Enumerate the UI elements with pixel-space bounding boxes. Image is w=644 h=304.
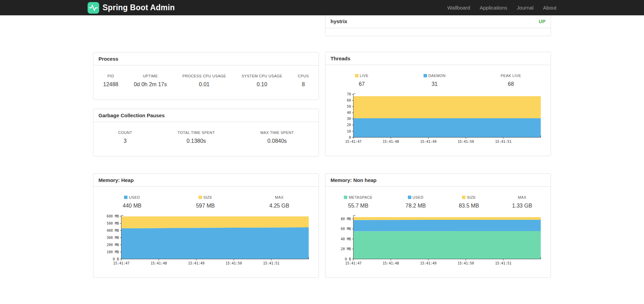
nav-item-journal[interactable]: Journal (517, 5, 534, 11)
threads-chart: 01020304050607015:41:4715:41:4815:41:491… (329, 92, 551, 149)
svg-text:15:41:48: 15:41:48 (383, 261, 399, 265)
legend-used: USED 78.2 MB (405, 195, 426, 210)
legend-size: SIZE 83.5 MB (459, 195, 479, 210)
stat-gc-max-time: MAX TIME SPENT 0.0840s (260, 130, 294, 145)
main-content: Process PID 12488 UPTIME 0d 0h 2m 17s PR… (93, 15, 551, 278)
memory-heap-panel-title: Memory: Heap (93, 174, 319, 187)
svg-text:40 MB: 40 MB (341, 237, 351, 241)
nonheap-legend: METASPACE 55.7 MB USED 78.2 MB SIZE 83.5… (325, 187, 551, 211)
svg-text:20 MB: 20 MB (341, 247, 351, 251)
daemon-swatch-icon (424, 74, 427, 77)
legend-value: 68 (501, 80, 521, 88)
metaspace-swatch-icon (344, 196, 347, 199)
stat-value: 0.10 (242, 80, 282, 89)
gc-panel: Garbage Collection Pauses COUNT 3 TOTAL … (93, 109, 319, 156)
svg-text:600 MB: 600 MB (107, 214, 119, 218)
legend-value: 83.5 MB (459, 202, 479, 210)
svg-text:20: 20 (347, 123, 351, 127)
stat-label: COUNT (118, 130, 132, 135)
process-panel: Process PID 12488 UPTIME 0d 0h 2m 17s PR… (93, 52, 319, 100)
left-column: Process PID 12488 UPTIME 0d 0h 2m 17s PR… (93, 15, 319, 278)
svg-text:15:41:51: 15:41:51 (495, 261, 511, 265)
svg-text:50: 50 (347, 105, 351, 108)
stat-label: TOTAL TIME SPENT (178, 130, 215, 135)
svg-text:0: 0 (349, 136, 351, 139)
legend-value: 55.7 MB (344, 202, 372, 210)
legend-label: LIVE (360, 74, 368, 78)
legend-value: 67 (355, 80, 368, 88)
size-swatch-icon (462, 196, 465, 199)
svg-text:200 MB: 200 MB (107, 243, 119, 247)
legend-used: USED 440 MB (123, 195, 141, 210)
stat-gc-count: COUNT 3 (118, 130, 132, 145)
legend-label: USED (413, 195, 424, 199)
stat-uptime: UPTIME 0d 0h 2m 17s (134, 74, 167, 89)
svg-text:400 MB: 400 MB (107, 229, 119, 232)
legend-metaspace: METASPACE 55.7 MB (344, 195, 372, 210)
legend-label: SIZE (467, 195, 476, 199)
svg-text:10: 10 (347, 130, 351, 133)
nav-item-applications[interactable]: Applications (480, 5, 507, 11)
panel-bottom-spacer (325, 28, 551, 36)
legend-value: 78.2 MB (405, 202, 426, 210)
stat-value: 0.01 (182, 80, 226, 89)
nav-item-wallboard[interactable]: Wallboard (447, 5, 470, 11)
svg-text:100 MB: 100 MB (107, 250, 119, 254)
svg-text:300 MB: 300 MB (107, 236, 119, 240)
brand-title: Spring Boot Admin (103, 3, 175, 12)
svg-text:15:41:51: 15:41:51 (495, 140, 511, 143)
used-swatch-icon (408, 196, 411, 199)
nav-links: Wallboard Applications Journal About (447, 5, 556, 11)
stat-pid: PID 12488 (103, 74, 119, 89)
application-row-hystrix[interactable]: hystrix UP (325, 15, 551, 28)
stat-label: PID (103, 74, 119, 78)
stat-value: 0d 0h 2m 17s (134, 80, 167, 89)
brand[interactable]: Spring Boot Admin (88, 2, 175, 14)
stat-value: 0.1380s (178, 137, 215, 145)
svg-text:15:41:48: 15:41:48 (383, 140, 399, 143)
svg-text:70: 70 (347, 92, 351, 96)
heap-memory-chart: 0 B100 MB200 MB300 MB400 MB500 MB600 MB1… (97, 213, 319, 271)
stat-gc-total-time: TOTAL TIME SPENT 0.1380s (178, 130, 215, 145)
stat-value: 8 (298, 80, 309, 89)
memory-nonheap-panel-title: Memory: Non heap (325, 174, 551, 187)
svg-text:15:41:47: 15:41:47 (113, 261, 129, 265)
legend-label: SIZE (203, 195, 212, 199)
stat-label: PROCESS CPU USAGE (182, 74, 226, 78)
svg-text:60: 60 (347, 98, 351, 102)
legend-value: 31 (424, 80, 446, 88)
legend-size: SIZE 597 MB (196, 195, 215, 210)
memory-heap-panel: Memory: Heap USED 440 MB SIZE 597 MB MAX… (93, 173, 319, 278)
live-swatch-icon (355, 74, 358, 77)
svg-text:15:41:49: 15:41:49 (420, 140, 436, 143)
legend-label: MAX (275, 195, 283, 199)
stat-value: 3 (118, 137, 132, 145)
legend-label: METASPACE (349, 195, 372, 199)
svg-text:0 B: 0 B (113, 257, 119, 261)
application-name: hystrix (331, 18, 347, 24)
status-badge: UP (539, 19, 546, 24)
stat-label: MAX TIME SPENT (260, 130, 294, 135)
stat-value: 0.0840s (260, 137, 294, 145)
svg-text:15:41:47: 15:41:47 (345, 140, 362, 143)
svg-text:15:41:49: 15:41:49 (420, 261, 436, 265)
svg-text:500 MB: 500 MB (107, 222, 119, 225)
legend-value: 1.33 GB (512, 202, 532, 210)
nav-item-about[interactable]: About (543, 5, 556, 11)
legend-daemon: DAEMON 31 (424, 73, 446, 88)
svg-text:40: 40 (347, 111, 351, 115)
legend-value: 440 MB (123, 202, 141, 210)
gc-panel-title: Garbage Collection Pauses (93, 109, 319, 122)
svg-text:15:41:48: 15:41:48 (151, 261, 167, 265)
legend-peak-live: PEAK LIVE 68 (501, 73, 521, 88)
heap-legend: USED 440 MB SIZE 597 MB MAX 4.25 GB (93, 187, 319, 211)
threads-panel-title: Threads (325, 52, 551, 65)
stat-system-cpu: SYSTEM CPU USAGE 0.10 (242, 74, 282, 89)
navbar: Spring Boot Admin Wallboard Applications… (0, 0, 644, 15)
svg-text:15:41:50: 15:41:50 (226, 261, 242, 265)
right-column: hystrix UP Threads LIVE 67 DAEMON 31 PEA… (325, 15, 551, 278)
legend-max: MAX 1.33 GB (512, 195, 532, 210)
legend-value: 4.25 GB (269, 202, 289, 210)
process-panel-title: Process (93, 52, 319, 65)
stat-label: UPTIME (134, 74, 167, 78)
